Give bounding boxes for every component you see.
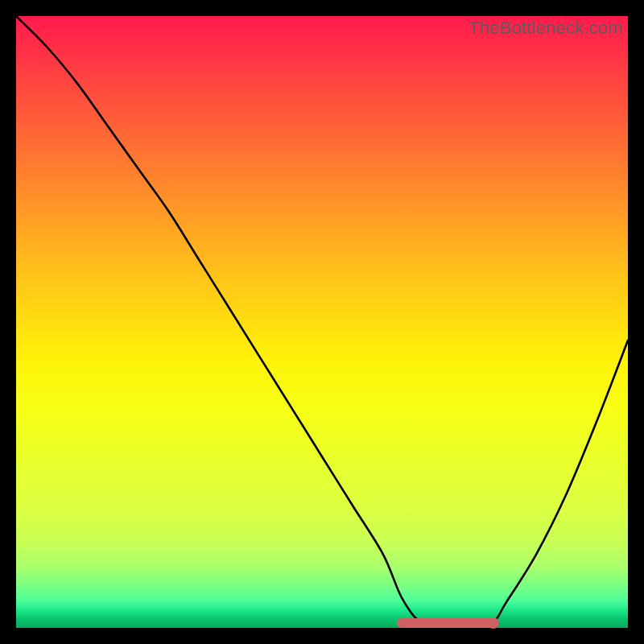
bottleneck-curve-svg xyxy=(16,16,628,628)
bottleneck-curve-path xyxy=(16,16,628,629)
plateau-end-marker xyxy=(488,617,499,629)
chart-frame: TheBottleneck.com xyxy=(16,16,628,628)
